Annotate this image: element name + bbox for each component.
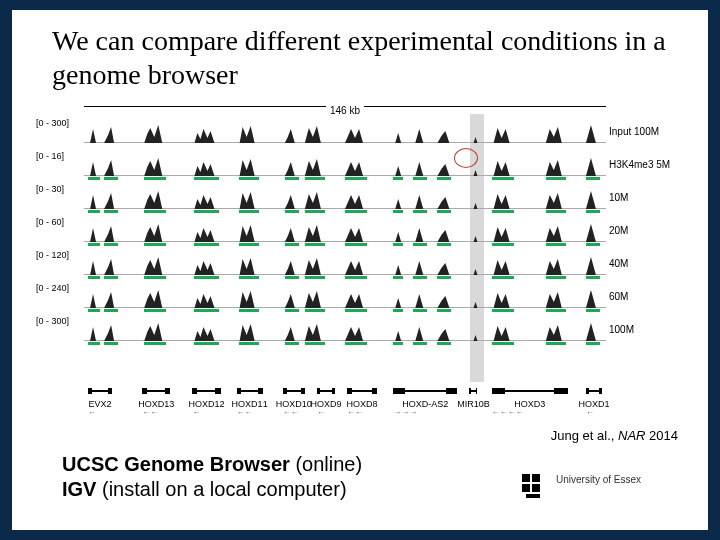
gene-arrows: ← [192,408,200,417]
track-label: 100M [609,324,683,335]
gene-label: HOXD1 [578,399,609,409]
gene-arrows: →→→ [393,408,417,417]
track-label: 10M [609,192,683,203]
gene-exon [352,390,371,392]
gene-arrows: ←← [142,408,158,417]
tool-igv-name: IGV [62,478,96,500]
peak-underline [104,177,118,180]
gene-exon [446,388,458,394]
citation-year: 2014 [645,428,678,443]
tools-list: UCSC Genome Browser (online) IGV (instal… [62,452,362,502]
track-yrange: [0 - 300] [36,118,69,128]
gene-label: HOXD9 [310,399,341,409]
peak-underline [437,243,451,246]
peak-underline [88,243,100,246]
peak-underline [104,309,118,312]
gene-arrows: ←←←← [492,408,524,417]
track-label: 60M [609,291,683,302]
track-label: Input 100M [609,126,683,137]
gene-exon [405,390,446,392]
peak-underline [305,276,325,279]
svg-rect-3 [532,484,540,492]
peak-underline [305,243,325,246]
peak-underline [345,276,367,279]
gene-annotation-row: EVX2←HOXD13←←HOXD12←HOXD11←←HOXD10←←HOXD… [84,384,606,418]
tool-ucsc: UCSC Genome Browser (online) [62,452,362,477]
peak-underline [413,276,427,279]
gene-exon [372,388,377,394]
peak-underline [437,276,451,279]
gene: HOXD8←← [347,384,377,418]
peak-underline [285,243,299,246]
gene: HOXD1← [586,384,602,418]
peak-underline [413,210,427,213]
peak-underline [437,342,451,345]
track-container: [0 - 300]Input 100M[0 - 16]H3K4me3 5M[0 … [84,116,606,347]
gene-exon [92,390,107,392]
tool-igv: IGV (install on a local computer) [62,477,362,502]
peak-underline [239,309,259,312]
gene: MIR10B [469,384,477,418]
track-peaks [84,220,606,242]
gene-exon [147,390,165,392]
gene: HOXD12← [192,384,220,418]
gene-label: MIR10B [457,399,490,409]
peak-underline [305,210,325,213]
peak-underline [492,309,514,312]
peak-underline [586,309,600,312]
peak-underline [194,309,218,312]
gene-exon [599,388,602,394]
track-peaks [84,121,606,143]
peak-underline [104,276,118,279]
peak-underline [194,243,218,246]
gene-exon [108,388,112,394]
track-peaks [84,187,606,209]
peak-underline [413,309,427,312]
citation-journal: NAR [618,428,645,443]
gene: HOXD11←← [237,384,263,418]
peak-underline [437,309,451,312]
gene-exon [258,388,263,394]
peak-underline [393,210,403,213]
peak-underline [88,309,100,312]
gene-arrows: ←← [347,408,363,417]
ruler-label: 146 kb [326,105,364,116]
gene-exon [287,390,301,392]
peak-underline [546,177,566,180]
gene-exon [215,388,220,394]
gene: HOXD3←←←← [492,384,568,418]
citation-authors: Jung et al., [551,428,618,443]
svg-rect-2 [522,484,530,492]
peak-underline [88,177,100,180]
track-yrange: [0 - 240] [36,283,69,293]
gene-arrows: ← [586,408,594,417]
peak-underline [239,177,259,180]
track-label: H3K4me3 5M [609,159,683,170]
track-underlines [84,342,606,347]
peak-underline [345,309,367,312]
peak-underline [586,210,600,213]
peak-underline [144,210,166,213]
peak-underline [345,210,367,213]
gene: HOXD10←← [283,384,305,418]
gene-exon [301,388,305,394]
peak-underline [437,210,451,213]
peak-underline [492,177,514,180]
genome-browser-figure: 146 kb [0 - 300]Input 100M[0 - 16]H3K4me… [34,106,686,418]
peak-underline [239,210,259,213]
peak-underline [144,177,166,180]
essex-logo-icon [522,474,550,502]
peak-underline [285,309,299,312]
citation: Jung et al., NAR 2014 [551,428,678,443]
gene: EVX2← [88,384,112,418]
peak-underline [345,177,367,180]
peak-underline [393,342,403,345]
gene-exon [332,388,335,394]
peak-underline [144,342,166,345]
track-yrange: [0 - 120] [36,250,69,260]
peak-underline [305,342,325,345]
gene-exon [320,390,332,392]
peak-underline [492,210,514,213]
gene-exon [505,390,554,392]
svg-rect-4 [526,494,540,498]
